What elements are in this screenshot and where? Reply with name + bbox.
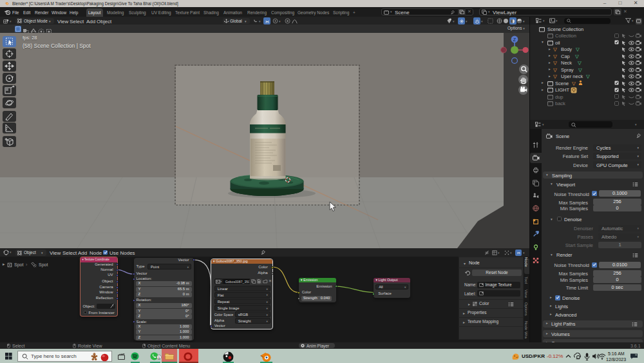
- svg-text:Z: Z: [513, 37, 516, 42]
